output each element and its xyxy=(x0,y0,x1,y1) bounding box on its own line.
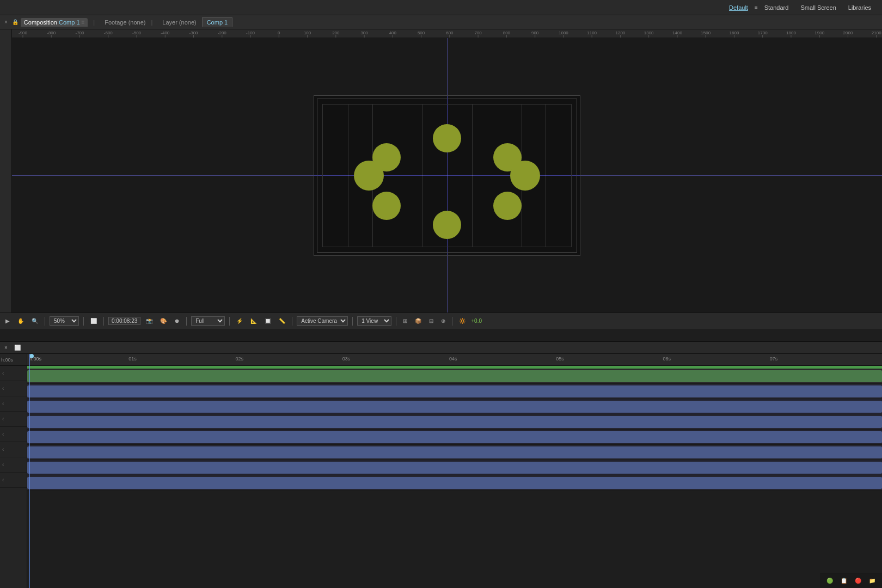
fast-preview-btn[interactable]: ⚡ xyxy=(234,317,245,325)
svg-text:-200: -200 xyxy=(218,30,227,35)
layer-chevron-6[interactable]: ‹ xyxy=(2,446,4,452)
transparency-btn[interactable]: 🔲 xyxy=(262,317,273,325)
track-bar-6[interactable] xyxy=(27,446,882,458)
workspace-default[interactable]: Default xyxy=(724,3,754,13)
ruler-label-5: 05s xyxy=(556,356,564,362)
panel-close-btn[interactable]: × xyxy=(2,19,10,25)
tool-hand[interactable]: ✋ xyxy=(15,317,26,325)
track-bar-8[interactable] xyxy=(27,477,882,489)
3d-view-btn[interactable]: 📦 xyxy=(413,317,424,325)
track-row-6[interactable] xyxy=(27,445,882,460)
composition-label: Composition xyxy=(24,19,57,26)
layer-chevron-3[interactable]: ‹ xyxy=(2,401,4,407)
svg-text:-300: -300 xyxy=(189,30,199,35)
ruler-label-6: 06s xyxy=(663,356,671,362)
main-content: -900-800-700-600-500-400-300-200-1000100… xyxy=(0,29,882,588)
guides-btn[interactable]: 📏 xyxy=(277,317,287,325)
svg-text:-900: -900 xyxy=(19,30,28,35)
layer-row-7: ‹ xyxy=(0,457,27,473)
track-bar-5[interactable] xyxy=(27,431,882,443)
tab-menu-icon[interactable]: ≡ xyxy=(82,19,85,25)
quality-select[interactable]: Full Half Third Quarter xyxy=(191,316,225,326)
layer-chevron-8[interactable]: ‹ xyxy=(2,477,4,483)
taskbar-app-1[interactable]: 📋 xyxy=(838,577,849,585)
view-count-select[interactable]: 1 View 2 Views 4 Views xyxy=(357,316,391,326)
track-row-3[interactable] xyxy=(27,399,882,414)
track-bar-1[interactable] xyxy=(27,370,882,382)
track-row-1[interactable] xyxy=(27,369,882,384)
svg-text:900: 900 xyxy=(531,30,539,35)
time-start-label: h:00s xyxy=(1,357,13,363)
svg-text:400: 400 xyxy=(389,30,397,35)
svg-text:1800: 1800 xyxy=(786,30,796,35)
toolbar-divider-2 xyxy=(83,317,84,326)
svg-text:800: 800 xyxy=(503,30,511,35)
comp-area: -900-800-700-600-500-400-300-200-1000100… xyxy=(0,29,882,313)
track-bar-3[interactable] xyxy=(27,401,882,413)
track-bar-7[interactable] xyxy=(27,462,882,474)
svg-text:100: 100 xyxy=(304,30,311,35)
track-row-2[interactable] xyxy=(27,384,882,399)
grid-v-3 xyxy=(472,105,473,247)
color-btn[interactable]: 🎨 xyxy=(158,317,169,325)
svg-text:1700: 1700 xyxy=(758,30,768,35)
track-bar-4[interactable] xyxy=(27,416,882,428)
layer-panel: ‹ ‹ ‹ ‹ ‹ ‹ xyxy=(0,354,27,588)
circle-center-right xyxy=(510,161,540,191)
timeline-area: × ⬜ ‹ ‹ ‹ ‹ xyxy=(0,341,882,588)
layer-row-2: ‹ xyxy=(0,381,27,396)
render-btn[interactable]: ⏺ xyxy=(172,317,182,325)
reset-exposure-btn[interactable]: 🔆 xyxy=(457,317,468,325)
comp-tab[interactable]: Comp 1 xyxy=(202,17,233,27)
svg-text:-600: -600 xyxy=(104,30,113,35)
grid-overlay-btn[interactable]: ⊟ xyxy=(427,317,436,325)
track-row-8[interactable] xyxy=(27,475,882,491)
svg-text:1100: 1100 xyxy=(587,30,597,35)
comp-flow-btn[interactable]: ⊕ xyxy=(439,317,448,325)
svg-text:0: 0 xyxy=(278,30,280,35)
workspace-libraries[interactable]: Libraries xyxy=(843,3,877,13)
canvas-viewport xyxy=(12,38,882,313)
track-row-4[interactable] xyxy=(27,414,882,430)
svg-text:200: 200 xyxy=(332,30,340,35)
toolbar-divider-1 xyxy=(45,317,45,326)
svg-text:1400: 1400 xyxy=(672,30,682,35)
timeline-close-btn[interactable]: × xyxy=(2,344,10,352)
tool-zoom-viewer[interactable]: 🔍 xyxy=(29,317,40,325)
layer-row-4: ‹ xyxy=(0,412,27,427)
view-layout-btn[interactable]: ⊞ xyxy=(401,317,409,325)
ruler-h-svg: -900-800-700-600-500-400-300-200-1000100… xyxy=(12,29,882,38)
ruler-label-3: 03s xyxy=(342,356,351,362)
layer-chevron-4[interactable]: ‹ xyxy=(2,416,4,422)
svg-text:1600: 1600 xyxy=(730,30,739,35)
ruler-v-svg xyxy=(0,29,12,313)
toolbar-divider-9 xyxy=(452,317,452,326)
timeline-expand-btn[interactable]: ⬜ xyxy=(12,344,23,352)
snapshot-btn[interactable]: 📸 xyxy=(144,317,155,325)
workspace-standard[interactable]: Standard xyxy=(759,3,794,13)
composition-tab[interactable]: Composition Comp 1 ≡ xyxy=(21,18,88,27)
workspace-small-screen[interactable]: Small Screen xyxy=(795,3,841,13)
resolution-btn[interactable]: 📐 xyxy=(248,317,259,325)
layer-chevron-1[interactable]: ‹ xyxy=(2,370,4,376)
grid-v-right xyxy=(546,105,546,247)
layer-chevron-2[interactable]: ‹ xyxy=(2,385,4,391)
timecode-display[interactable]: 0:00:08:23 xyxy=(108,317,140,325)
layer-chevron-7[interactable]: ‹ xyxy=(2,462,4,468)
camera-select[interactable]: Active Camera xyxy=(297,316,348,326)
layer-row-6: ‹ xyxy=(0,442,27,457)
layer-chevron-5[interactable]: ‹ xyxy=(2,431,4,437)
toolbar-divider-8 xyxy=(396,317,396,326)
track-bar-2[interactable] xyxy=(27,385,882,397)
region-interest-btn[interactable]: ⬜ xyxy=(88,317,99,325)
taskbar-app-3[interactable]: 📁 xyxy=(867,577,878,585)
track-row-5[interactable] xyxy=(27,430,882,445)
svg-text:700: 700 xyxy=(474,30,482,35)
tool-select[interactable]: ▶ xyxy=(3,317,12,325)
taskbar-nvidia[interactable]: 🟢 xyxy=(824,577,835,585)
layer-row-3: ‹ xyxy=(0,396,27,412)
taskbar-app-2[interactable]: 🔴 xyxy=(853,577,863,585)
tab-separator-2: | xyxy=(151,19,152,26)
track-row-7[interactable] xyxy=(27,460,882,475)
zoom-select[interactable]: 50% 100% 25% xyxy=(50,316,79,326)
